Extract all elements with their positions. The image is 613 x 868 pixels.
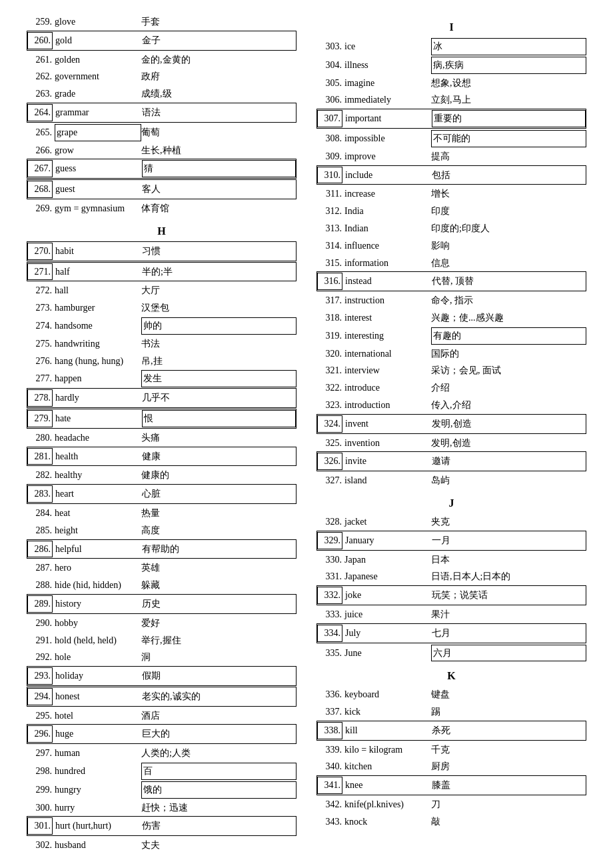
list-item: 332.joke玩笑；说笑话 — [316, 585, 586, 605]
entry-number: 295. — [27, 708, 52, 724]
list-item: 274.handsome帅的 — [27, 317, 297, 335]
entry-number: 298. — [27, 763, 52, 779]
entry-word: ice — [344, 39, 431, 55]
entry-meaning: 命令, 指示 — [431, 293, 586, 309]
entry-number: 339. — [316, 742, 342, 758]
list-item: 309.improve提高 — [316, 148, 586, 165]
entry-word: hundred — [55, 763, 141, 779]
entry-number: 264. — [27, 104, 53, 121]
entry-word: gold — [55, 33, 142, 49]
entry-meaning: 健康 — [142, 449, 296, 465]
entry-number: 323. — [316, 397, 342, 413]
entry-word: island — [344, 473, 431, 489]
entry-word: juice — [344, 607, 431, 623]
entry-meaning: 代替, 顶替 — [432, 273, 586, 289]
entry-meaning: 英雄 — [141, 560, 297, 576]
entry-word: hamburger — [55, 300, 141, 316]
entry-number: 270. — [27, 243, 53, 260]
list-item: 299.hungry饿的 — [27, 781, 297, 799]
list-item: 269.gym = gymnasium体育馆 — [27, 200, 297, 217]
list-item: 338.kill杀死 — [316, 721, 586, 741]
entry-meaning: 膝盖 — [432, 777, 586, 793]
entry-word: holiday — [55, 668, 142, 684]
entry-meaning: 半的;半 — [142, 264, 296, 280]
entry-number: 272. — [27, 283, 52, 299]
entry-number: 279. — [27, 410, 53, 427]
entry-meaning: 大厅 — [141, 283, 297, 299]
entry-word: grade — [55, 86, 141, 102]
entry-number: 312. — [316, 203, 342, 219]
entry-number: 327. — [316, 473, 342, 489]
list-item: 314.influence影响 — [316, 237, 586, 255]
entry-meaning: 介绍 — [431, 380, 586, 396]
entry-number: 285. — [27, 523, 52, 539]
entry-number: 262. — [27, 69, 52, 85]
list-item: 317.instruction命令, 指示 — [316, 292, 586, 309]
entry-word: husband — [55, 837, 141, 853]
entry-word: impossible — [344, 131, 431, 147]
entry-number: 265. — [27, 125, 52, 141]
entry-meaning: 吊,挂 — [141, 353, 297, 369]
entry-number: 307. — [317, 110, 342, 127]
entry-meaning: 伤害 — [142, 818, 296, 834]
entry-word: hardly — [55, 390, 142, 406]
entry-word: height — [55, 523, 141, 539]
entry-meaning: 人类的;人类 — [141, 745, 297, 761]
entry-meaning: 不可能的 — [431, 130, 586, 147]
list-item: 264.grammar语法 — [27, 103, 297, 123]
entry-number: 324. — [317, 415, 342, 433]
list-item: 288.hide (hid, hidden)躲藏 — [27, 577, 297, 594]
entry-word: hole — [55, 649, 141, 665]
entry-meaning: 七月 — [432, 625, 586, 641]
entry-number: 297. — [27, 745, 52, 761]
entry-number: 263. — [27, 86, 52, 102]
list-item: 267.guess猜 — [27, 159, 297, 179]
entry-word: improve — [344, 149, 431, 165]
entry-meaning: 酒店 — [141, 708, 297, 724]
entry-meaning: 饿的 — [141, 781, 297, 799]
entry-word: hate — [55, 411, 142, 427]
entry-word: grape — [55, 124, 141, 141]
entry-word: honest — [55, 689, 142, 705]
list-item: 342.knife(pl.knives)刀 — [316, 796, 586, 813]
list-item: 301.hurt (hurt,hurt)伤害 — [27, 816, 297, 836]
entry-word: hungry — [55, 782, 141, 798]
entry-number: 275. — [27, 336, 52, 352]
entry-word: hurry — [55, 800, 141, 816]
entry-word: July — [345, 625, 432, 641]
entry-meaning: 汉堡包 — [141, 300, 297, 316]
list-item: 270.habit习惯 — [27, 241, 297, 261]
entry-meaning: 恨 — [142, 410, 296, 427]
entry-number: 336. — [316, 687, 342, 703]
section-i-header: I — [316, 21, 586, 33]
entry-number: 313. — [316, 221, 342, 237]
entry-meaning: 发明,创造 — [432, 416, 586, 432]
entry-meaning: 采访；会见, 面试 — [431, 363, 586, 379]
entry-meaning: 敲 — [431, 814, 586, 830]
list-item: 300.hurry赶快；迅速 — [27, 799, 297, 817]
list-item: 302.husband丈夫 — [27, 837, 297, 854]
list-item: 306.immediately立刻,马上 — [316, 91, 586, 109]
entry-meaning: 书法 — [141, 336, 297, 352]
entry-word: interview — [344, 363, 431, 379]
entry-meaning: 心脏 — [142, 486, 296, 502]
entry-meaning: 国际的 — [431, 346, 586, 362]
list-item: 321.interview采访；会见, 面试 — [316, 362, 586, 379]
list-item: 326.invite邀请 — [316, 451, 586, 471]
entry-meaning: 躲藏 — [141, 577, 297, 593]
entry-word: guest — [55, 181, 142, 197]
entry-number: 305. — [316, 75, 342, 91]
entry-meaning: 习惯 — [142, 243, 296, 259]
entry-number: 281. — [27, 448, 53, 465]
entry-meaning: 一月 — [432, 533, 586, 549]
entry-meaning: 成绩,级 — [141, 86, 297, 102]
entry-number: 325. — [316, 435, 342, 451]
entry-number: 301. — [27, 817, 53, 835]
entry-word: invent — [345, 416, 432, 432]
list-item: 327.island岛屿 — [316, 472, 586, 489]
entry-meaning: 兴趣；使...感兴趣 — [431, 310, 586, 326]
entry-number: 333. — [316, 607, 342, 623]
entry-meaning: 增长 — [431, 186, 586, 202]
section-k-header: K — [316, 670, 586, 682]
list-item: 294.honest老实的,诚实的 — [27, 687, 297, 707]
